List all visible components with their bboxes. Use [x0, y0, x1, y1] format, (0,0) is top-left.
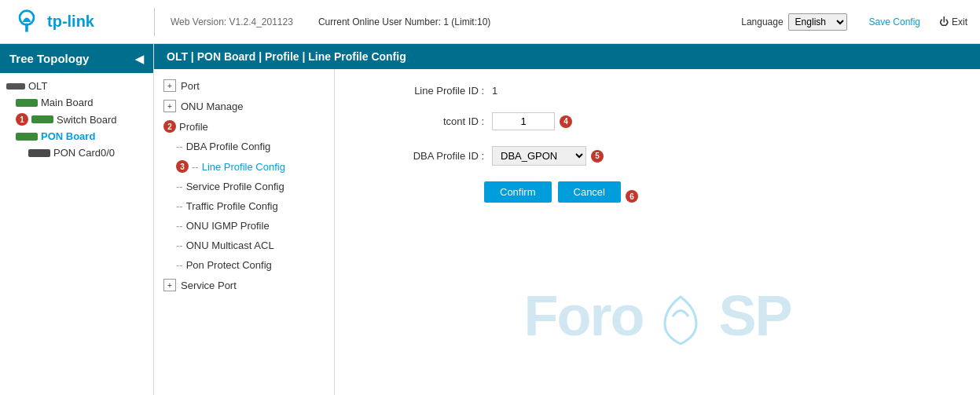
watermark-text: Foro SP	[523, 283, 791, 348]
nav-item-line-profile-label: Line Profile Config	[202, 161, 285, 173]
logo: tp-link	[13, 8, 138, 36]
language-dropdown[interactable]: English Chinese	[788, 13, 847, 31]
watermark: Foro SP	[523, 283, 791, 348]
sidebar-item-label-olt: OLT	[28, 80, 47, 92]
tplink-logo-icon	[13, 8, 41, 36]
online-users-label: Current Online User Number: 1 (Limit:10)	[318, 16, 490, 27]
multicast-dash: --	[176, 240, 183, 251]
line-dash: --	[192, 161, 199, 173]
main-layout: Tree Topology ◀ OLT Main Board 1 Switch …	[0, 44, 980, 395]
nav-item-pon-protect-config[interactable]: -- Pon Protect Config	[154, 255, 334, 275]
nav-item-port[interactable]: + Port	[154, 75, 334, 96]
confirm-step-badge: 6	[626, 190, 638, 203]
onu-manage-expand-icon[interactable]: +	[163, 100, 176, 112]
nav-item-service-port-label: Service Port	[181, 280, 237, 291]
nav-item-onu-multicast-acl[interactable]: -- ONU Multicast ACL	[154, 236, 334, 255]
pon-protect-dash: --	[176, 259, 183, 271]
sidebar-item-label-pon-card: PON Card0/0	[53, 147, 115, 159]
dba-step-badge: 5	[591, 150, 604, 163]
sidebar-collapse-icon[interactable]: ◀	[135, 53, 144, 65]
form-panel: Foro SP Line Profile ID :	[335, 69, 980, 395]
nav-item-dba-profile-label: DBA Profile Config	[186, 141, 271, 152]
sidebar-item-pon-board[interactable]: PON Board	[0, 128, 153, 144]
sidebar-tree: OLT Main Board 1 Switch Board PON Board	[0, 73, 153, 166]
sidebar-item-label-switch-board: Switch Board	[57, 114, 117, 126]
version-label: Web Version: V1.2.4_201123	[171, 16, 293, 27]
form-row-line-profile-id: Line Profile ID : 1	[358, 85, 956, 97]
nav-item-line-profile-config[interactable]: 3 -- Line Profile Config	[154, 156, 334, 177]
switch-board-badge: 1	[16, 113, 28, 126]
dba-profile-id-label: DBA Profile ID :	[358, 150, 484, 162]
nav-item-onu-igmp-profile[interactable]: -- ONU IGMP Profile	[154, 216, 334, 236]
sidebar-item-label-pon-board: PON Board	[41, 130, 95, 142]
nav-item-port-label: Port	[181, 80, 200, 92]
language-selector[interactable]: Language English Chinese	[741, 13, 846, 31]
dba-profile-id-select[interactable]: DBA_GPON DBA_EPON	[492, 146, 586, 166]
content-area: OLT | PON Board | Profile | Line Profile…	[154, 44, 980, 395]
service-port-expand-icon[interactable]: +	[163, 279, 176, 291]
exit-button[interactable]: ⏻ Exit	[939, 16, 967, 27]
igmp-dash: --	[176, 220, 183, 232]
port-expand-icon[interactable]: +	[163, 79, 176, 92]
logo-text: tp-link	[47, 13, 94, 31]
cancel-button[interactable]: Cancel	[558, 181, 621, 203]
nav-item-traffic-profile-config[interactable]: -- Traffic Profile Config	[154, 196, 334, 216]
pon-board-icon	[16, 133, 38, 141]
sidebar-item-pon-card[interactable]: PON Card0/0	[0, 144, 153, 161]
power-icon: ⏻	[939, 16, 949, 27]
exit-label: Exit	[952, 16, 967, 27]
form-row-tcont-id: tcont ID : 4	[358, 112, 956, 130]
nav-item-service-profile-label: Service Profile Config	[186, 181, 284, 192]
header-divider	[154, 8, 155, 36]
confirm-button[interactable]: Confirm	[484, 181, 552, 203]
olt-device-icon	[6, 83, 25, 90]
language-label: Language	[741, 16, 783, 27]
pon-card-icon	[28, 149, 50, 157]
nav-item-profile[interactable]: 2 Profile	[154, 116, 334, 137]
switch-board-icon	[31, 115, 53, 123]
nav-item-service-port[interactable]: + Service Port	[154, 275, 334, 295]
sidebar-item-switch-board[interactable]: 1 Switch Board	[0, 111, 153, 128]
nav-item-traffic-profile-label: Traffic Profile Config	[186, 200, 278, 212]
tcont-step-badge: 4	[560, 115, 572, 128]
sidebar-title: Tree Topology	[9, 52, 89, 65]
save-config-button[interactable]: Save Config	[869, 16, 920, 27]
sidebar-item-olt[interactable]: OLT	[0, 78, 153, 94]
nav-item-onu-manage[interactable]: + ONU Manage	[154, 96, 334, 116]
form-row-dba-profile-id: DBA Profile ID : DBA_GPON DBA_EPON 5	[358, 146, 956, 166]
form-content: Line Profile ID : 1 tcont ID : 4 DBA Pro…	[358, 85, 956, 203]
sidebar: Tree Topology ◀ OLT Main Board 1 Switch …	[0, 44, 154, 395]
traffic-dash: --	[176, 200, 183, 212]
nav-item-service-profile-config[interactable]: -- Service Profile Config	[154, 177, 334, 196]
content-split: + Port + ONU Manage 2 Profile -- DBA Pro…	[154, 69, 980, 395]
dba-dash: --	[176, 141, 183, 152]
tcont-id-label: tcont ID :	[358, 115, 484, 127]
app-header: tp-link Web Version: V1.2.4_201123 Curre…	[0, 0, 980, 44]
tcont-id-input[interactable]	[492, 112, 555, 130]
watermark-icon	[657, 293, 704, 348]
main-board-icon	[16, 99, 38, 107]
breadcrumb: OLT | PON Board | Profile | Line Profile…	[154, 44, 980, 69]
form-row-buttons: Confirm Cancel 6	[484, 181, 956, 203]
sidebar-item-label-main-board: Main Board	[41, 97, 93, 108]
profile-badge: 2	[163, 120, 176, 133]
nav-item-pon-protect-label: Pon Protect Config	[186, 259, 272, 271]
line-profile-badge: 3	[176, 160, 189, 173]
line-profile-id-label: Line Profile ID :	[358, 85, 484, 97]
sidebar-header: Tree Topology ◀	[0, 44, 153, 73]
nav-item-onu-igmp-label: ONU IGMP Profile	[186, 220, 270, 232]
sidebar-item-main-board[interactable]: Main Board	[0, 94, 153, 111]
line-profile-id-value: 1	[492, 85, 497, 97]
breadcrumb-text: OLT | PON Board | Profile | Line Profile…	[167, 50, 406, 63]
nav-panel: + Port + ONU Manage 2 Profile -- DBA Pro…	[154, 69, 335, 395]
nav-item-dba-profile-config[interactable]: -- DBA Profile Config	[154, 137, 334, 156]
service-dash: --	[176, 181, 183, 192]
nav-item-profile-label: Profile	[179, 121, 208, 133]
svg-rect-1	[25, 23, 28, 31]
nav-item-onu-multicast-label: ONU Multicast ACL	[186, 240, 274, 251]
nav-item-onu-manage-label: ONU Manage	[181, 101, 243, 112]
